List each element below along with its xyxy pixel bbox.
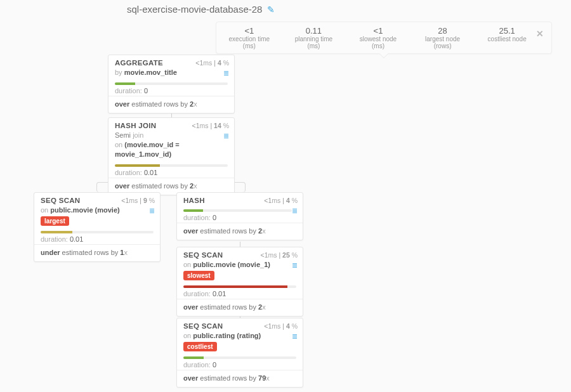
slowest-tag: slowest: [183, 271, 214, 281]
node-seq-scan-movie1[interactable]: SEQ SCAN <1ms | 25 % ≣ on public.movie (…: [176, 247, 303, 317]
node-hash[interactable]: HASH <1ms | 4 % ≣ duration: 0 over estim…: [176, 192, 303, 240]
stat-value: <1: [224, 26, 275, 36]
node-detail: Semi join on (movie.mov_id = movie_1.mov…: [108, 131, 234, 163]
node-header: HASH JOIN <1ms | 14 %: [108, 118, 234, 131]
duration-bar: duration: 0.01: [34, 230, 160, 244]
database-icon[interactable]: ≣: [292, 207, 298, 215]
stat-value: 0.11: [289, 26, 339, 36]
stat-label: costliest node: [482, 36, 532, 42]
node-estimate: over estimated rows by 2x: [177, 299, 303, 316]
node-header: HASH <1ms | 4 %: [177, 193, 303, 206]
database-icon[interactable]: ≣: [292, 261, 298, 270]
duration-bar: duration: 0: [108, 81, 234, 96]
database-icon[interactable]: ≣: [149, 207, 155, 215]
duration-bar: duration: 0.01: [108, 163, 234, 178]
node-hash-join[interactable]: HASH JOIN <1ms | 14 % ≣ Semi join on (mo…: [108, 117, 235, 195]
node-title: SEQ SCAN: [183, 251, 223, 259]
node-detail: by movie.mov_title: [108, 68, 234, 81]
stat-value: 28: [417, 26, 468, 36]
database-icon[interactable]: ≣: [292, 332, 298, 341]
close-icon[interactable]: ✕: [536, 29, 544, 39]
node-estimate: under estimated rows by 1x: [34, 244, 160, 261]
stat-costliest-node: 25.1 costliest node: [482, 26, 532, 49]
duration-bar: duration: 0.01: [177, 284, 303, 299]
stats-bar: <1 execution time (ms) 0.11 planning tim…: [216, 22, 552, 54]
node-seq-scan-movie[interactable]: SEQ SCAN <1ms | 9 % ≣ on public.movie (m…: [34, 192, 161, 262]
stat-value: 25.1: [482, 26, 532, 36]
edit-icon[interactable]: ✎: [267, 4, 275, 15]
node-meta: <1ms | 9 %: [121, 197, 155, 204]
stat-label: execution time (ms): [224, 36, 275, 49]
stat-value: <1: [353, 26, 404, 36]
stat-planning-time: 0.11 planning time (ms): [289, 26, 339, 49]
node-title: AGGREGATE: [115, 59, 163, 67]
node-title: HASH JOIN: [115, 122, 156, 129]
node-meta: <1ms | 25 %: [261, 251, 298, 259]
node-detail: on public.movie (movie) largest: [34, 206, 160, 230]
duration-bar: duration: 0: [177, 208, 303, 223]
node-detail: on public.movie (movie_1) slowest: [177, 260, 303, 284]
node-meta: <1ms | 14 %: [192, 122, 230, 129]
costliest-tag: costliest: [183, 342, 217, 352]
connector: [240, 242, 240, 247]
node-meta: <1ms | 4 %: [195, 59, 229, 67]
node-estimate: over estimated rows by 2x: [108, 96, 234, 113]
stat-label: planning time (ms): [289, 36, 339, 49]
node-header: SEQ SCAN <1ms | 9 %: [34, 193, 160, 206]
stat-label: slowest node (ms): [353, 36, 404, 49]
plan-title: sql-exercise-movie-database-28: [127, 4, 262, 15]
stat-label: largest node (rows): [417, 36, 468, 49]
stat-execution-time: <1 execution time (ms): [224, 26, 275, 49]
node-header: AGGREGATE <1ms | 4 %: [108, 55, 234, 68]
database-icon[interactable]: ≣: [223, 69, 229, 77]
database-icon[interactable]: ≣: [223, 132, 229, 140]
node-aggregate[interactable]: AGGREGATE <1ms | 4 % ≣ by movie.mov_titl…: [108, 55, 235, 114]
node-title: SEQ SCAN: [41, 197, 80, 204]
node-title: SEQ SCAN: [183, 322, 223, 330]
node-title: HASH: [183, 197, 205, 204]
page-title-row: sql-exercise-movie-database-28 ✎: [127, 4, 275, 15]
duration-bar: duration: 0: [177, 355, 303, 370]
node-estimate: over estimated rows by 79x: [177, 370, 303, 387]
node-meta: <1ms | 4 %: [264, 197, 298, 204]
node-meta: <1ms | 4 %: [264, 322, 298, 330]
node-estimate: over estimated rows by 2x: [177, 223, 303, 240]
plan-canvas: AGGREGATE <1ms | 4 % ≣ by movie.mov_titl…: [0, 51, 571, 392]
stat-slowest-node: <1 slowest node (ms): [353, 26, 404, 49]
largest-tag: largest: [41, 216, 69, 226]
node-header: SEQ SCAN <1ms | 25 %: [177, 247, 303, 260]
node-detail: on public.rating (rating) costliest: [177, 331, 303, 355]
stat-largest-node: 28 largest node (rows): [417, 26, 468, 49]
node-seq-scan-rating[interactable]: SEQ SCAN <1ms | 4 % ≣ on public.rating (…: [176, 318, 303, 388]
node-header: SEQ SCAN <1ms | 4 %: [177, 318, 303, 331]
